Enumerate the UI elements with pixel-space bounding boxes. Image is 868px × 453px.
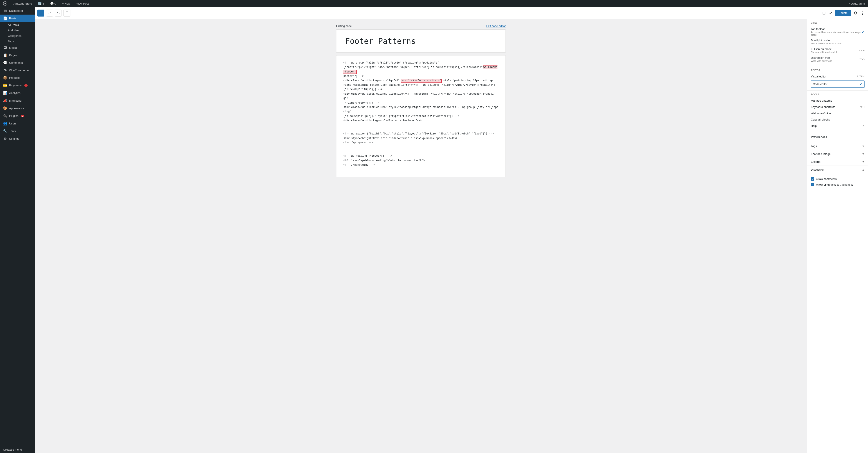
sidebar-item-settings[interactable]: ⚙ Settings (0, 135, 35, 143)
allow-pingbacks-label: Allow pingbacks & trackbacks (816, 183, 853, 186)
sidebar-item-payments[interactable]: 💳 Payments 1 (0, 82, 35, 89)
sidebar-item-users[interactable]: 👥 Users (0, 120, 35, 127)
sidebar-item-appearance[interactable]: 🎨 Appearance (0, 105, 35, 112)
sidebar-item-media[interactable]: 🖼 Media (0, 44, 35, 51)
sidebar-item-products[interactable]: 📦 Products (0, 74, 35, 82)
spotlight-label: Spotlight mode (811, 39, 841, 42)
exit-code-editor-link[interactable]: Exit code editor (486, 24, 506, 28)
collapse-menu-button[interactable]: Collapse menu (0, 446, 35, 453)
help-item[interactable]: Help ↗ (811, 123, 865, 129)
view-post-item[interactable]: View Post (75, 0, 90, 7)
sidebar: ⊞ Dashboard 📄 Posts All Posts Add New Ca… (0, 7, 35, 453)
pages-icon: 📋 (3, 53, 7, 57)
sidebar-item-posts[interactable]: 📄 Posts (0, 15, 35, 22)
tags-accordion-header[interactable]: Tags ▼ (807, 142, 868, 150)
sidebar-item-label: Posts (9, 17, 16, 20)
sidebar-item-tags[interactable]: Tags (0, 38, 35, 44)
spotlight-subtitle: Focus on one block at a time (811, 42, 841, 45)
sidebar-item-add-new[interactable]: Add New (0, 28, 35, 33)
comments-item[interactable]: 💬 0 (49, 0, 57, 7)
tags-accordion[interactable]: Tags ▼ (807, 142, 868, 150)
allow-comments-checkbox[interactable] (811, 177, 814, 180)
view-post-label: View Post (76, 2, 89, 5)
visual-editor-item[interactable]: Visual editor ⇧⌃⌘M (811, 73, 865, 80)
sidebar-item-label: WooCommerce (9, 69, 29, 72)
code-editor-check: ✓ (860, 82, 863, 86)
sidebar-item-label: Media (9, 46, 17, 49)
welcome-guide-item[interactable]: Welcome Guide (811, 110, 865, 116)
discussion-accordion[interactable]: Discussion ▲ Allow comments (807, 166, 868, 190)
sidebar-item-analytics[interactable]: 📊 Analytics (0, 89, 35, 97)
woocommerce-icon: 🛍 (3, 68, 7, 72)
tags-accordion-label: Tags (811, 144, 817, 148)
spotlight-row[interactable]: Spotlight mode Focus on one block at a t… (811, 37, 865, 46)
more-options-button[interactable]: ⋮ (860, 10, 865, 16)
add-block-button[interactable]: + (37, 9, 44, 17)
copy-all-blocks-item[interactable]: Copy all blocks (811, 116, 865, 123)
undo-button[interactable]: ↩ (46, 9, 53, 17)
sidebar-item-plugins[interactable]: 🔌 Plugins 1 (0, 112, 35, 120)
wp-logo-item[interactable]: W (2, 0, 9, 7)
preview-button[interactable]: ⊡ (822, 10, 827, 16)
sidebar-item-label: Settings (9, 137, 19, 140)
list-view-button[interactable]: ☰ (63, 9, 70, 17)
sidebar-item-label: Analytics (9, 91, 21, 95)
settings-toggle-button[interactable]: ⚙ (853, 10, 858, 16)
external-link-icon: ↗ (862, 124, 865, 128)
discussion-content: Allow comments Allow pingbacks & trackba… (807, 173, 868, 190)
comments-count: 0 (55, 2, 56, 5)
excerpt-accordion-header[interactable]: Excerpt ▼ (807, 158, 868, 166)
admin-bar: W Amazing Store 🔄 3 💬 0 + New View Post … (0, 0, 868, 7)
svg-text:W: W (4, 2, 6, 5)
excerpt-accordion[interactable]: Excerpt ▼ (807, 158, 868, 166)
allow-pingbacks-checkbox[interactable] (811, 183, 814, 186)
fullscreen-label: Fullscreen mode (811, 48, 837, 51)
share-button[interactable]: ⤢ (828, 10, 833, 16)
comments-icon: 💬 (3, 61, 7, 65)
redo-button[interactable]: ↪ (55, 9, 62, 17)
sidebar-item-dashboard[interactable]: ⊞ Dashboard (0, 7, 35, 15)
help-label: Help (811, 124, 817, 128)
editor-section-label: EDITOR (811, 69, 865, 72)
fullscreen-row[interactable]: Fullscreen mode Show and hide admin UI ⇧… (811, 46, 865, 55)
visual-editor-shortcut: ⇧⌃⌘M (856, 75, 865, 78)
distraction-row[interactable]: Distraction free Write with calmness ⇧⌥\ (811, 55, 865, 63)
manage-patterns-item[interactable]: Manage patterns (811, 97, 865, 104)
sidebar-item-pages[interactable]: 📋 Pages (0, 51, 35, 59)
new-item[interactable]: + New (61, 0, 71, 7)
post-title[interactable]: Footer Patterns (345, 36, 497, 46)
payments-icon: 💳 (3, 83, 7, 87)
sidebar-item-categories[interactable]: Categories (0, 33, 35, 38)
featured-image-accordion[interactable]: Featured image ▼ (807, 150, 868, 158)
top-toolbar-row[interactable]: Top toolbar Access all block and documen… (811, 26, 865, 37)
sidebar-item-woocommerce[interactable]: 🛍 WooCommerce (0, 66, 35, 74)
discussion-chevron-icon: ▲ (862, 168, 865, 171)
sidebar-item-comments[interactable]: 💬 Comments (0, 59, 35, 66)
sidebar-item-marketing[interactable]: 📣 Marketing (0, 97, 35, 105)
featured-image-label: Featured image (811, 152, 831, 155)
code-editor-item[interactable]: Code editor ✓ (811, 81, 865, 88)
users-icon: 👥 (3, 121, 7, 125)
distraction-label: Distraction free (811, 56, 832, 59)
featured-image-accordion-header[interactable]: Featured image ▼ (807, 150, 868, 158)
appearance-icon: 🎨 (3, 106, 7, 110)
tools-icon: 🔧 (3, 129, 7, 133)
update-button[interactable]: Update (835, 10, 851, 16)
excerpt-label: Excerpt (811, 160, 820, 163)
editor-section: EDITOR Visual editor ⇧⌃⌘M Code editor ✓ (807, 66, 868, 90)
discussion-accordion-header[interactable]: Discussion ▲ (807, 166, 868, 173)
sidebar-item-all-posts[interactable]: All Posts (0, 22, 35, 28)
distraction-subtitle: Write with calmness (811, 60, 832, 62)
code-editor-block[interactable]: <!-- wp:group {"align":"full","style":{"… (336, 55, 506, 177)
tools-section: TOOLS Manage patterns Keyboard shortcuts… (807, 90, 868, 132)
keyboard-shortcuts-item[interactable]: Keyboard shortcuts ^⇧H (811, 104, 865, 110)
allow-comments-row[interactable]: Allow comments (811, 176, 865, 182)
allow-pingbacks-row[interactable]: Allow pingbacks & trackbacks (811, 182, 865, 187)
updates-item[interactable]: 🔄 3 (37, 0, 45, 7)
site-name-item[interactable]: Amazing Store (12, 0, 33, 7)
welcome-guide-label: Welcome Guide (811, 112, 831, 115)
sidebar-item-label: Tools (9, 130, 16, 133)
sidebar-item-tools[interactable]: 🔧 Tools (0, 127, 35, 135)
products-icon: 📦 (3, 76, 7, 80)
updates-icon: 🔄 (38, 2, 41, 5)
